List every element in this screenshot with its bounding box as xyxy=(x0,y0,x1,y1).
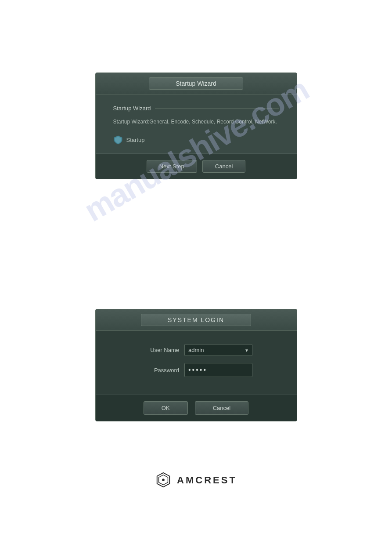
password-row: Password xyxy=(113,363,279,377)
login-titlebar: SYSTEM LOGIN xyxy=(96,309,297,331)
username-select[interactable]: admin xyxy=(184,344,252,356)
wizard-startup-row: Startup xyxy=(113,135,279,145)
login-footer: OK Cancel xyxy=(96,395,297,421)
password-input[interactable] xyxy=(184,363,252,377)
wizard-heading-row: Startup Wizard xyxy=(113,105,279,112)
wizard-body: Startup Wizard Startup Wizard:General, E… xyxy=(96,94,297,153)
shield-icon xyxy=(113,135,123,145)
wizard-titlebar: Startup Wizard xyxy=(96,73,297,94)
wizard-divider xyxy=(155,108,279,109)
wizard-cancel-button[interactable]: Cancel xyxy=(202,160,245,173)
startup-label: Startup xyxy=(126,137,145,143)
amcrest-logo-section: AMCREST xyxy=(155,472,237,489)
username-select-wrapper: admin xyxy=(184,344,252,356)
ok-button[interactable]: OK xyxy=(144,401,188,415)
login-title: SYSTEM LOGIN xyxy=(141,314,251,326)
login-cancel-button[interactable]: Cancel xyxy=(195,401,248,415)
username-label: User Name xyxy=(140,347,179,353)
wizard-heading: Startup Wizard xyxy=(113,105,151,112)
svg-point-2 xyxy=(162,479,165,481)
login-body: User Name admin Password xyxy=(96,331,297,395)
password-label: Password xyxy=(140,367,179,374)
wizard-title: Startup Wizard xyxy=(149,77,243,90)
wizard-description: Startup Wizard:General, Encode, Schedule… xyxy=(113,118,279,126)
startup-wizard-dialog: Startup Wizard Startup Wizard Startup Wi… xyxy=(95,73,297,179)
amcrest-logo-icon xyxy=(155,472,172,489)
amcrest-logo-text: AMCREST xyxy=(177,475,237,486)
username-row: User Name admin xyxy=(113,344,279,356)
system-login-dialog: SYSTEM LOGIN User Name admin Password OK… xyxy=(95,309,297,421)
wizard-footer: Next Step Cancel xyxy=(96,153,297,179)
next-step-button[interactable]: Next Step xyxy=(147,160,197,173)
